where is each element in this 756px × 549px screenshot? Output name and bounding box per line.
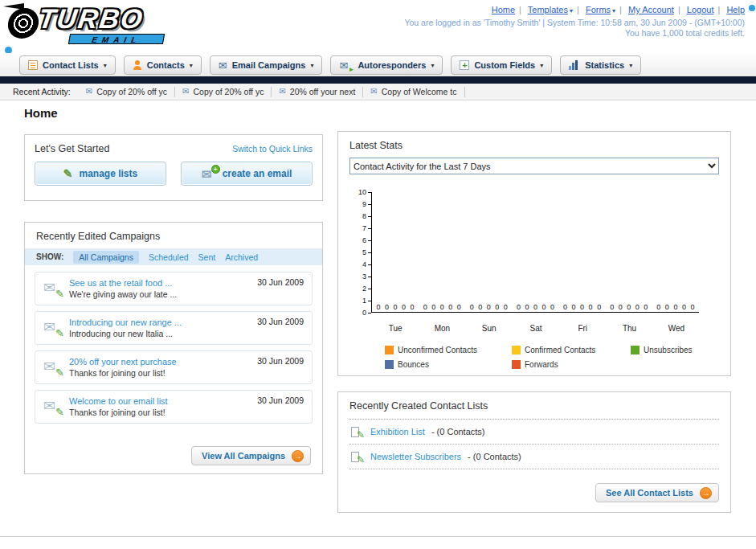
bar-value-label: 0 bbox=[440, 303, 444, 311]
custom-fields-icon: + bbox=[460, 60, 469, 70]
x-axis-label: Fri bbox=[559, 324, 606, 333]
legend-swatch bbox=[512, 360, 521, 369]
link-separator: | bbox=[519, 5, 521, 14]
campaign-date: 30 Jun 2009 bbox=[257, 356, 304, 366]
recent-activity-item[interactable]: ✉ Copy of 20% off yc bbox=[79, 87, 175, 97]
contact-lists-icon bbox=[28, 60, 38, 70]
campaign-subtitle: We're giving away our late ... bbox=[69, 289, 304, 299]
envelope-icon: ✉ bbox=[43, 359, 55, 374]
y-axis-tick: 6 bbox=[349, 236, 371, 244]
bar-value-label: 0 bbox=[580, 303, 584, 311]
stats-range-select[interactable]: Contact Activity for the Last 7 Days bbox=[349, 158, 719, 174]
view-all-campaigns-button[interactable]: View All Campaigns → bbox=[191, 446, 311, 465]
contact-list-link[interactable]: Newsletter Subscribers bbox=[370, 452, 461, 461]
link-home[interactable]: Home bbox=[492, 5, 515, 14]
tab-email-campaigns[interactable]: ✉ Email Campaigns ▾ bbox=[210, 55, 323, 75]
recent-activity-item[interactable]: ✉ Copy of 20% off yc bbox=[175, 87, 272, 97]
manage-lists-button[interactable]: ✎ manage lists bbox=[35, 162, 166, 186]
recent-activity-item[interactable]: ✉ 20% off your next bbox=[272, 87, 363, 97]
legend-label: Forwards bbox=[525, 360, 558, 369]
page-pencil-icon: ✎ bbox=[351, 450, 364, 463]
main-nav: Contact Lists ▾ Contacts ▾ ✉ Email Campa… bbox=[0, 53, 756, 76]
bar-value-label: 0 bbox=[423, 303, 427, 311]
credits-text: You have 1,000 total credits left. bbox=[625, 28, 745, 38]
legend-label: Bounces bbox=[398, 360, 429, 369]
campaign-subtitle: Thanks for joining our list! bbox=[69, 368, 304, 378]
plus-icon: + bbox=[211, 165, 220, 174]
envelope-pencil-icon: ✉ ✎ bbox=[43, 320, 63, 336]
tick-mark bbox=[368, 216, 371, 217]
bar-value-label: 0 bbox=[635, 303, 640, 311]
envelope-icon: ✉ bbox=[43, 281, 55, 295]
pencil-icon: ✎ bbox=[63, 168, 73, 179]
corner-dot bbox=[749, 5, 755, 11]
legend-swatch bbox=[631, 346, 640, 354]
x-axis-label: Tue bbox=[372, 324, 419, 333]
campaigns-title: Recently Edited Campaigns bbox=[25, 231, 322, 242]
logo-main-text: TURBO bbox=[36, 3, 145, 35]
latest-stats-title: Latest Stats bbox=[349, 140, 719, 151]
tab-label: Contact Lists bbox=[43, 60, 99, 70]
link-templates[interactable]: Templates bbox=[528, 5, 568, 14]
legend-item: Unconfirmed Contacts bbox=[385, 346, 512, 354]
campaign-date: 30 Jun 2009 bbox=[257, 277, 304, 287]
tab-label: Statistics bbox=[585, 60, 624, 70]
statistics-icon bbox=[569, 60, 580, 70]
tick-mark bbox=[368, 289, 371, 289]
login-status-text: You are logged in as 'Timothy Smith' | S… bbox=[404, 18, 745, 27]
y-axis-tick: 8 bbox=[349, 212, 371, 220]
tab-contacts[interactable]: Contacts ▾ bbox=[124, 55, 202, 75]
contact-list-row[interactable]: ✎ Exhibition List - (0 Contacts) bbox=[349, 420, 719, 445]
bar-value-label: 0 bbox=[682, 303, 686, 311]
chevron-down-icon: ▾ bbox=[190, 62, 193, 69]
envelope-pencil-icon: ✉ ✎ bbox=[43, 281, 63, 297]
tab-contact-lists[interactable]: Contact Lists ▾ bbox=[19, 55, 116, 75]
envelope-icon: ✉ bbox=[43, 399, 55, 413]
bar-value-label: 0 bbox=[673, 303, 677, 311]
recent-contact-lists-panel: Recently Created Contact Lists ✎ Exhibit… bbox=[337, 391, 731, 513]
bar-value-label: 0 bbox=[470, 303, 474, 311]
recent-campaigns-panel: Recently Edited Campaigns SHOW: All Camp… bbox=[24, 222, 323, 474]
page-title: Home bbox=[24, 106, 58, 120]
campaign-row[interactable]: ✉ ✎ 20% off your next purchase Thanks fo… bbox=[35, 350, 313, 384]
chart-plot: 00000000000000000000000000000000000 bbox=[371, 192, 699, 313]
link-forms[interactable]: Forms bbox=[586, 5, 611, 14]
tick-mark bbox=[368, 264, 371, 265]
app-window: TURBO EMAIL Home| Templates▾| Forms▾| My… bbox=[0, 0, 756, 549]
recent-activity-item[interactable]: ✉ Copy of Welcome tc bbox=[363, 87, 464, 97]
x-axis-label: Thu bbox=[606, 324, 652, 333]
latest-stats-panel: Latest Stats Contact Activity for the La… bbox=[337, 131, 731, 376]
switch-quick-links-link[interactable]: Switch to Quick Links bbox=[232, 144, 313, 154]
link-separator: | bbox=[678, 5, 680, 14]
campaign-row[interactable]: ✉ ✎ See us at the retail food ... We're … bbox=[35, 272, 313, 305]
chevron-down-icon: ▾ bbox=[310, 62, 313, 69]
tick-mark bbox=[368, 301, 371, 301]
filter-sent[interactable]: Sent bbox=[198, 252, 216, 262]
y-axis-tick: 3 bbox=[349, 272, 371, 281]
legend-label: Unconfirmed Contacts bbox=[398, 346, 477, 354]
envelope-icon: ✉ bbox=[339, 60, 348, 71]
filter-all-campaigns[interactable]: All Campaigns bbox=[73, 251, 139, 264]
chart-bar-group: 00000 bbox=[465, 303, 512, 312]
chart-bar-group: 00000 bbox=[419, 303, 465, 312]
tab-statistics[interactable]: Statistics ▾ bbox=[560, 55, 641, 75]
recent-activity-item-label: Copy of 20% off yc bbox=[96, 87, 167, 96]
campaign-row[interactable]: ✉ ✎ Welcome to our email list Thanks for… bbox=[35, 390, 313, 424]
contact-list-row[interactable]: ✎ Newsletter Subscribers - (0 Contacts) bbox=[349, 445, 719, 469]
create-email-button[interactable]: ✉ + create an email bbox=[181, 162, 313, 186]
link-my-account[interactable]: My Account bbox=[628, 5, 674, 14]
bar-value-label: 0 bbox=[563, 303, 567, 311]
arrow-right-icon: → bbox=[700, 487, 712, 499]
link-help[interactable]: Help bbox=[726, 5, 745, 14]
bar-value-label: 0 bbox=[525, 303, 529, 311]
campaign-subtitle: Introducing our new Italia ... bbox=[69, 329, 304, 338]
campaign-row[interactable]: ✉ ✎ Introducing our new range ... Introd… bbox=[35, 311, 313, 345]
filter-archived[interactable]: Archived bbox=[225, 252, 258, 262]
tab-label: Custom Fields bbox=[474, 60, 535, 70]
filter-scheduled[interactable]: Scheduled bbox=[149, 252, 189, 262]
tab-custom-fields[interactable]: + Custom Fields ▾ bbox=[451, 55, 552, 75]
contact-list-link[interactable]: Exhibition List bbox=[370, 427, 425, 436]
tab-autoresponders[interactable]: ✉ ► Autoresponders ▾ bbox=[330, 55, 443, 75]
link-logout[interactable]: Logout bbox=[687, 5, 714, 14]
see-all-contact-lists-button[interactable]: See All Contact Lists → bbox=[595, 483, 719, 502]
